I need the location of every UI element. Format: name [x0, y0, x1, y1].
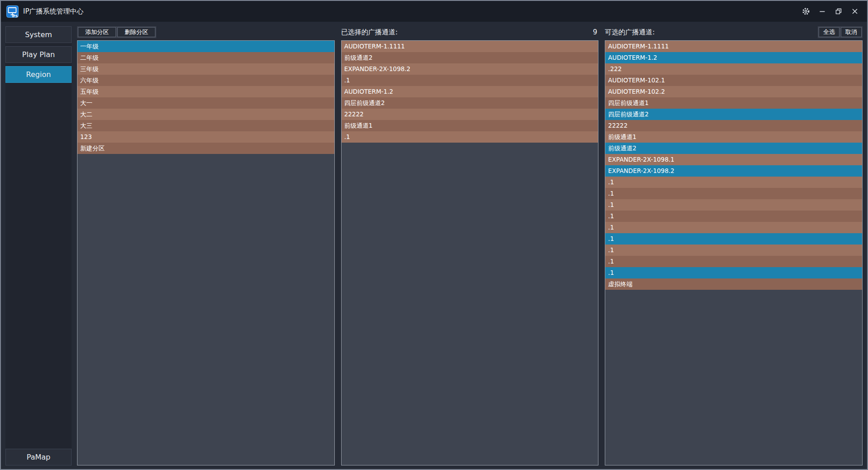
minimize-button[interactable]: [815, 5, 829, 18]
selected-channel-item[interactable]: .1: [342, 131, 598, 143]
available-channel-item[interactable]: .1: [605, 188, 862, 199]
region-list-item[interactable]: 五年级: [77, 86, 334, 97]
available-channel-item[interactable]: 前级通道1: [605, 131, 862, 143]
titlebar: IPS IP广播系统管理中心: [1, 1, 867, 22]
available-channel-item[interactable]: .1: [605, 267, 862, 278]
available-channel-item[interactable]: .1: [605, 177, 862, 188]
svg-text:IPS: IPS: [12, 14, 18, 18]
selected-channel-item[interactable]: AUDIOTERM-1.2: [342, 86, 598, 97]
available-channel-item[interactable]: AUDIOTERM-1.2: [605, 52, 862, 63]
available-channel-item[interactable]: .222: [605, 63, 862, 75]
available-channels-list[interactable]: AUDIOTERM-1.1111AUDIOTERM-1.2.222AUDIOTE…: [605, 40, 863, 465]
region-list-item[interactable]: 123: [77, 131, 334, 143]
sidebar-item-system[interactable]: System: [5, 26, 72, 43]
available-channel-item[interactable]: .1: [605, 199, 862, 211]
window-controls: [799, 5, 862, 18]
available-channel-item[interactable]: .1: [605, 211, 862, 222]
available-channel-item[interactable]: .1: [605, 233, 862, 245]
region-list-item[interactable]: 一年级: [77, 41, 334, 52]
selected-channel-item[interactable]: 四层前级通道2: [342, 97, 598, 109]
selected-channel-item[interactable]: AUDIOTERM-1.1111: [342, 41, 598, 52]
main-content: 添加分区 删除分区 一年级二年级三年级六年级五年级大一大二大三123新建分区 已…: [77, 26, 863, 465]
available-channel-item[interactable]: .1: [605, 222, 862, 233]
selected-channel-item[interactable]: 22222: [342, 109, 598, 120]
available-channel-item[interactable]: AUDIOTERM-102.1: [605, 75, 862, 86]
sidebar-item-pamap[interactable]: PaMap: [5, 449, 72, 465]
region-list-item[interactable]: 大三: [77, 120, 334, 131]
selected-channels-header: 已选择的广播通道:: [341, 28, 398, 37]
add-region-button[interactable]: 添加分区: [78, 27, 116, 37]
selected-channels-panel: 已选择的广播通道: 9 AUDIOTERM-1.1111前级通道2EXPANDE…: [341, 26, 599, 465]
available-channels-head: 可选的广播通道: 全选 取消: [605, 26, 863, 38]
region-list-item[interactable]: 二年级: [77, 52, 334, 63]
region-list-item[interactable]: 新建分区: [77, 143, 334, 154]
available-channel-item[interactable]: 前级通道2: [605, 143, 862, 154]
region-panel: 添加分区 删除分区 一年级二年级三年级六年级五年级大一大二大三123新建分区: [77, 26, 335, 465]
region-toolbar: 添加分区 删除分区: [77, 26, 335, 38]
available-channel-item[interactable]: 虚拟终端: [605, 278, 862, 290]
selected-channels-head: 已选择的广播通道: 9: [341, 26, 599, 38]
window-title: IP广播系统管理中心: [23, 7, 83, 16]
region-list-item[interactable]: 大一: [77, 97, 334, 109]
region-list[interactable]: 一年级二年级三年级六年级五年级大一大二大三123新建分区: [77, 40, 335, 465]
sidebar: System Play Plan Region PaMap: [5, 26, 72, 465]
available-channel-item[interactable]: EXPANDER-2X-1098.1: [605, 154, 862, 165]
close-button[interactable]: [848, 5, 862, 18]
available-channel-item[interactable]: .1: [605, 256, 862, 267]
maximize-button[interactable]: [832, 5, 845, 18]
region-list-item[interactable]: 六年级: [77, 75, 334, 86]
available-button-strip: 全选 取消: [818, 26, 863, 38]
available-channels-panel: 可选的广播通道: 全选 取消 AUDIOTERM-1.1111AUDIOTERM…: [605, 26, 863, 465]
selected-channel-item[interactable]: 前级通道1: [342, 120, 598, 131]
settings-gear-icon[interactable]: [799, 5, 813, 18]
sidebar-item-region[interactable]: Region: [5, 66, 72, 83]
available-channels-header: 可选的广播通道:: [605, 28, 655, 37]
available-channel-item[interactable]: AUDIOTERM-1.1111: [605, 41, 862, 52]
available-channel-item[interactable]: 22222: [605, 120, 862, 131]
available-channel-item[interactable]: 四层前级通道2: [605, 109, 862, 120]
available-channel-item[interactable]: .1: [605, 245, 862, 256]
selected-channel-item[interactable]: .1: [342, 75, 598, 86]
selected-channel-item[interactable]: 前级通道2: [342, 52, 598, 63]
selected-channels-list[interactable]: AUDIOTERM-1.1111前级通道2EXPANDER-2X-1098.2.…: [341, 40, 599, 465]
cancel-button[interactable]: 取消: [841, 27, 862, 37]
sidebar-item-play-plan[interactable]: Play Plan: [5, 46, 72, 63]
selected-channel-item[interactable]: EXPANDER-2X-1098.2: [342, 63, 598, 75]
available-channel-item[interactable]: 四层前级通道1: [605, 97, 862, 109]
select-all-button[interactable]: 全选: [819, 27, 839, 37]
available-channel-item[interactable]: EXPANDER-2X-1098.2: [605, 165, 862, 177]
selected-channels-count: 9: [593, 28, 599, 36]
available-channel-item[interactable]: AUDIOTERM-102.2: [605, 86, 862, 97]
delete-region-button[interactable]: 删除分区: [117, 27, 155, 37]
region-button-strip: 添加分区 删除分区: [77, 26, 156, 38]
app-window: IPS IP广播系统管理中心: [0, 0, 868, 470]
region-list-item[interactable]: 三年级: [77, 63, 334, 75]
region-list-item[interactable]: 大二: [77, 109, 334, 120]
app-logo-icon: IPS: [6, 5, 19, 18]
